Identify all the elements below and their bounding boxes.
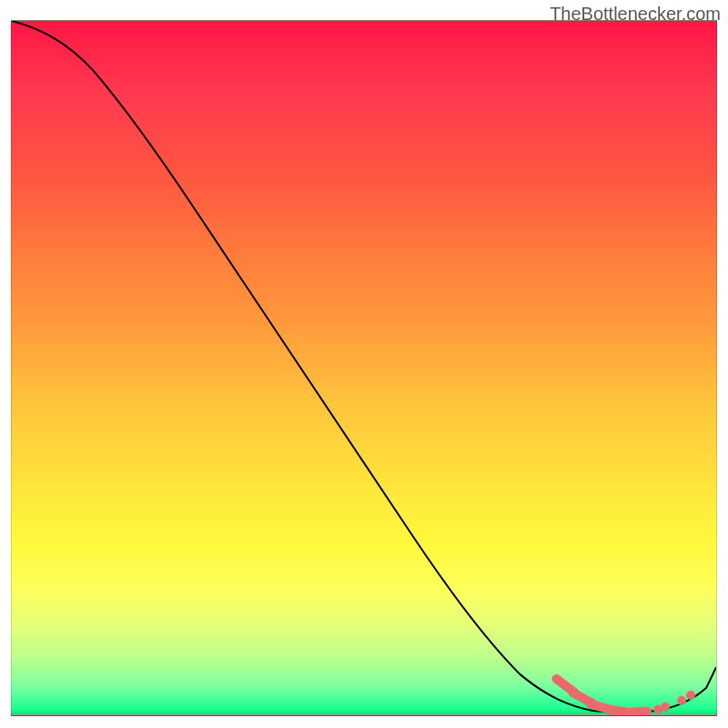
watermark-text: TheBottlenecker.com (550, 4, 721, 25)
highlight-dot (677, 696, 686, 705)
highlight-dot (686, 691, 695, 700)
highlight-dash (627, 712, 647, 713)
bottleneck-curve-line (12, 21, 716, 713)
plot-area (11, 20, 717, 716)
chart-container: TheBottlenecker.com (0, 0, 728, 728)
chart-svg (12, 21, 716, 715)
highlight-dot (661, 703, 670, 712)
